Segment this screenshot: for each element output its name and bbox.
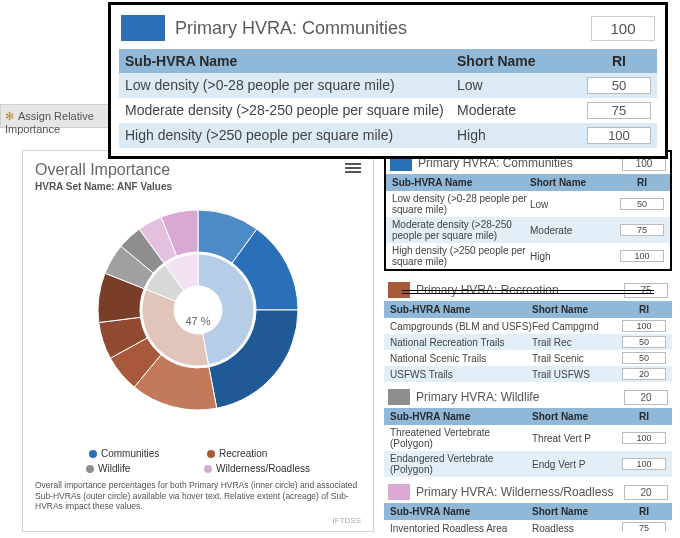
sub-name: Threatened Vertebrate (Polygon) [390,427,532,449]
sub-name: High density (>250 people per square mil… [125,127,457,144]
col-short: Short Name [457,53,587,69]
sub-name: Low density (>0-28 people per square mil… [392,193,530,215]
sub-short: Trail Scenic [532,353,622,364]
sub-name: Moderate density (>28-250 people per squ… [392,219,530,241]
sub-hvra-row: National Scenic Trails Trail Scenic 50 [384,350,672,366]
primary-swatch [388,484,410,500]
hvra-tables: Primary HVRA: Communities 100Sub-HVRA Na… [384,150,672,532]
sub-hvra-row: Moderate density (>28-250 people per squ… [386,217,670,243]
sub-short: High [457,127,587,144]
sub-hvra-row: National Recreation Trails Trail Rec 50 [384,334,672,350]
primary-ri-input[interactable]: 20 [624,485,668,500]
sub-short: Trail USFWS [532,369,622,380]
sub-ri-input[interactable]: 75 [620,224,664,236]
primary-title: Primary HVRA: Wilderness/Roadless [416,485,618,499]
legend-swatch [89,450,97,458]
sub-short: Fed Campgrnd [532,321,622,332]
primary-swatch [388,282,410,298]
zoom-sub-row: Low density (>0-28 people per square mil… [119,73,657,98]
card-subtitle: HVRA Set Name: ANF Values [35,181,361,192]
primary-ri-input[interactable]: 75 [624,283,668,298]
sub-name: High density (>250 people per square mil… [392,245,530,267]
legend-item: Wilderness/Roadless [204,463,310,474]
legend-item: Recreation [207,448,307,459]
hamburger-icon[interactable] [345,161,361,175]
zoom-sub-header: Sub-HVRA Name Short Name RI [119,49,657,73]
col-name: Sub-HVRA Name [125,53,457,69]
chart-center-label: 47 % [183,313,212,329]
legend-label: Recreation [219,448,267,459]
sub-header: Sub-HVRA NameShort NameRI [384,301,672,318]
sub-ri-input[interactable]: 100 [587,127,651,144]
sub-name: Campgrounds (BLM and USFS) [390,321,532,332]
sub-name: Inventoried Roadless Area [390,523,532,533]
sub-hvra-row: Endangered Vertebrate (Polygon) Endg Ver… [384,451,672,477]
sub-name: National Scenic Trails [390,353,532,364]
legend-item: Wildlife [86,463,186,474]
legend-label: Communities [101,448,159,459]
legend-label: Wildlife [98,463,130,474]
primary-ri-input[interactable]: 20 [624,390,668,405]
card-title: Overall Importance [35,161,361,179]
legend-swatch [204,465,212,473]
tab-label: Assign Relative Importance [5,110,94,135]
sub-short: Threat Vert P [532,433,622,444]
sub-name: Endangered Vertebrate (Polygon) [390,453,532,475]
sub-hvra-row: Inventoried Roadless Area Roadless 75 [384,520,672,532]
sub-ri-input[interactable]: 50 [587,77,651,94]
primary-swatch [121,15,165,41]
primary-title: Primary HVRA: Recreation [416,283,618,297]
sub-name: USFWS Trails [390,369,532,380]
zoom-sub-row: Moderate density (>28-250 people per squ… [119,98,657,123]
sub-name: Moderate density (>28-250 people per squ… [125,102,457,119]
legend-label: Wilderness/Roadless [216,463,310,474]
sub-short: High [530,251,620,262]
overall-importance-card: Overall Importance HVRA Set Name: ANF Va… [22,150,374,532]
sub-ri-input[interactable]: 100 [620,250,664,262]
legend-swatch [86,465,94,473]
sub-hvra-row: Threatened Vertebrate (Polygon) Threat V… [384,425,672,451]
card-note: Overall importance percentages for both … [35,480,361,512]
primary-hvra-row[interactable]: Primary HVRA: Recreation 75 [384,279,672,301]
sub-short: Low [457,77,587,94]
sub-header: Sub-HVRA NameShort NameRI [384,408,672,425]
sub-short: Moderate [457,102,587,119]
card-footer: IFTDSS [35,516,361,525]
sub-header: Sub-HVRA NameShort NameRI [384,503,672,520]
sub-ri-input[interactable]: 75 [622,522,666,532]
sub-hvra-row: USFWS Trails Trail USFWS 20 [384,366,672,382]
sub-ri-input[interactable]: 50 [622,352,666,364]
primary-ri-input[interactable]: 100 [591,16,655,41]
donut-chart[interactable]: 47 % [35,200,361,442]
sub-hvra-row: High density (>250 people per square mil… [386,243,670,269]
zoom-callout: Primary HVRA: Communities 100 Sub-HVRA N… [108,2,668,159]
primary-title: Primary HVRA: Wildlife [416,390,618,404]
sub-name: Low density (>0-28 people per square mil… [125,77,457,94]
sub-ri-input[interactable]: 75 [587,102,651,119]
sub-ri-input[interactable]: 100 [622,320,666,332]
sub-ri-input[interactable]: 50 [622,336,666,348]
tab-assign-relative-importance[interactable]: Assign Relative Importance [0,104,112,128]
col-ri: RI [587,53,651,69]
sub-short: Moderate [530,225,620,236]
sub-header: Sub-HVRA NameShort NameRI [386,174,670,191]
sub-ri-input[interactable]: 20 [622,368,666,380]
sub-hvra-row: Low density (>0-28 people per square mil… [386,191,670,217]
primary-hvra-row[interactable]: Primary HVRA: Wildlife 20 [384,386,672,408]
legend-swatch [207,450,215,458]
primary-swatch [388,389,410,405]
sub-ri-input[interactable]: 100 [622,432,666,444]
sub-short: Endg Vert P [532,459,622,470]
sub-ri-input[interactable]: 50 [620,198,664,210]
sub-ri-input[interactable]: 100 [622,458,666,470]
legend-item: Communities [89,448,189,459]
sub-short: Roadless [532,523,622,533]
sub-hvra-row: Campgrounds (BLM and USFS) Fed Campgrnd … [384,318,672,334]
sub-name: National Recreation Trails [390,337,532,348]
primary-hvra-row[interactable]: Primary HVRA: Wilderness/Roadless 20 [384,481,672,503]
primary-hvra-title: Primary HVRA: Communities [175,18,591,39]
chart-legend: CommunitiesRecreationWildlifeWilderness/… [35,448,361,474]
zoom-sub-row: High density (>250 people per square mil… [119,123,657,148]
sub-short: Low [530,199,620,210]
sub-short: Trail Rec [532,337,622,348]
